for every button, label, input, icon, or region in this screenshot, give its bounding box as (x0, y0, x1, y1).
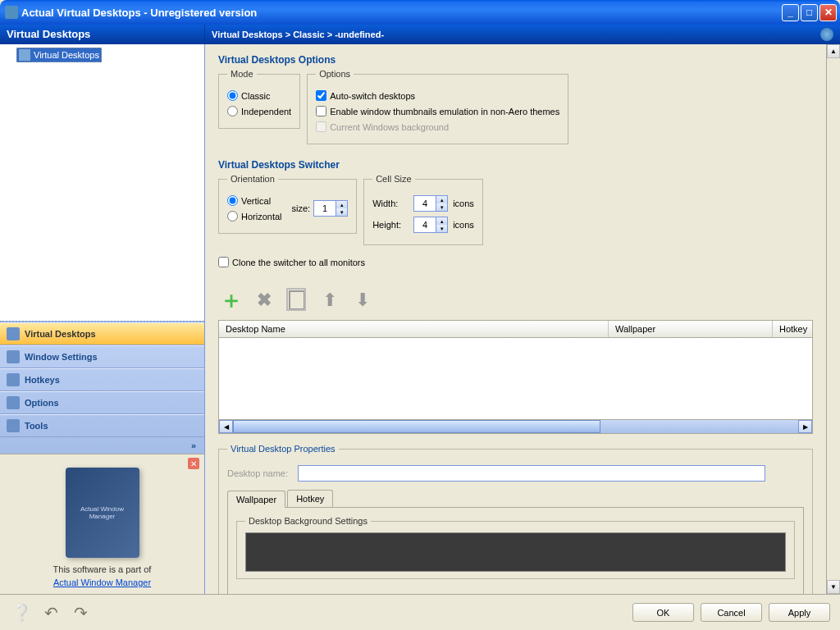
width-label: Width: (372, 199, 409, 208)
copy-button[interactable] (284, 287, 310, 313)
mode-group: Mode Classic Independent (218, 69, 300, 129)
tab-hotkey[interactable]: Hotkey (287, 490, 333, 507)
height-down[interactable]: ▼ (436, 225, 447, 232)
tree-view[interactable]: Virtual Desktops (0, 44, 204, 321)
help-button[interactable]: ❔ (10, 601, 33, 624)
nav-label: Tools (25, 421, 48, 431)
horizontal-radio[interactable] (227, 211, 238, 221)
ok-button[interactable]: OK (632, 603, 694, 622)
minimize-button[interactable]: _ (782, 4, 799, 21)
width-spinner[interactable]: ▲▼ (413, 195, 448, 212)
copy-icon (289, 290, 305, 310)
promo-text: This software is a part of (7, 564, 198, 574)
cancel-button[interactable]: Cancel (701, 603, 762, 622)
sidebar-header: Virtual Desktops (0, 25, 205, 43)
size-input[interactable] (314, 201, 336, 216)
desktops-icon (19, 49, 30, 61)
arrow-down-icon: ⬇ (355, 290, 370, 311)
clone-checkbox[interactable] (218, 257, 229, 267)
apply-button[interactable]: Apply (769, 603, 830, 622)
orientation-legend: Orientation (227, 174, 278, 184)
bg-settings-group: Desktop Background Settings (236, 516, 795, 579)
breadcrumb: Virtual Desktops > Classic > -undefined- (205, 28, 840, 41)
icons-label: icons (453, 220, 474, 230)
list-hscrollbar[interactable]: ◀ ▶ (218, 420, 813, 434)
mode-legend: Mode (227, 69, 257, 79)
background-preview (245, 532, 786, 572)
nav-options[interactable]: Options (0, 391, 204, 414)
promo-close-button[interactable]: ✕ (188, 458, 199, 469)
redo-button[interactable]: ↷ (69, 601, 92, 624)
delete-button[interactable]: ✖ (251, 287, 277, 313)
options-group: Options Auto-switch desktops Enable wind… (307, 69, 568, 144)
desktop-name-label: Desktop name: (227, 468, 288, 478)
height-spinner[interactable]: ▲▼ (413, 217, 448, 233)
down-button[interactable]: ⬇ (349, 287, 376, 313)
nav-label: Window Settings (25, 352, 98, 362)
thumbs-label: Enable window thumbnails emulation in no… (330, 107, 559, 116)
add-button[interactable]: ＋ (218, 287, 244, 313)
width-input[interactable] (414, 196, 436, 211)
size-up[interactable]: ▲ (336, 201, 347, 208)
size-label: size: (292, 203, 311, 213)
mode-classic-radio[interactable] (227, 90, 238, 101)
width-down[interactable]: ▼ (436, 203, 447, 211)
col-desktop-name[interactable]: Desktop Name (219, 321, 609, 337)
tab-wallpaper[interactable]: Wallpaper (227, 491, 285, 508)
content-vscrollbar[interactable]: ▲ ▼ (826, 44, 840, 594)
height-up[interactable]: ▲ (436, 217, 447, 225)
scroll-track[interactable] (233, 420, 798, 433)
undo-button[interactable]: ↶ (39, 601, 62, 624)
scroll-left-button[interactable]: ◀ (219, 420, 233, 433)
auto-switch-label: Auto-switch desktops (330, 91, 415, 101)
nav-hotkeys[interactable]: Hotkeys (0, 368, 204, 391)
options-section-title: Virtual Desktops Options (218, 54, 813, 66)
close-button[interactable]: ✕ (819, 4, 837, 21)
tree-node-root[interactable]: Virtual Desktops (16, 48, 102, 62)
delete-icon: ✖ (257, 290, 272, 311)
cellsize-legend: Cell Size (372, 174, 414, 184)
monitor-icon (7, 327, 20, 340)
col-wallpaper[interactable]: Wallpaper (609, 321, 773, 337)
scroll-right-button[interactable]: ▶ (798, 420, 812, 433)
scroll-down-button[interactable]: ▼ (827, 580, 840, 594)
nav-tools[interactable]: Tools (0, 414, 204, 437)
mode-classic-label: Classic (241, 91, 270, 101)
product-box-image: Actual Window Manager (66, 468, 139, 558)
height-label: Height: (372, 220, 409, 230)
mode-independent-radio[interactable] (227, 106, 238, 116)
properties-legend: Virtual Desktop Properties (227, 444, 339, 454)
keyboard-icon (7, 373, 20, 386)
size-spinner[interactable]: ▲▼ (313, 200, 348, 217)
maximize-button[interactable]: □ (801, 4, 818, 21)
bg-settings-legend: Desktop Background Settings (245, 516, 371, 526)
col-hotkey[interactable]: Hotkey (773, 321, 812, 337)
thumbs-checkbox[interactable] (316, 106, 326, 116)
auto-switch-checkbox[interactable] (316, 90, 326, 101)
vertical-radio[interactable] (227, 195, 238, 206)
nav-expand[interactable]: » (0, 437, 204, 454)
promo-panel: ✕ Actual Window Manager This software is… (0, 454, 204, 594)
nav-virtual-desktops[interactable]: Virtual Desktops (0, 322, 204, 345)
globe-icon[interactable] (820, 28, 833, 41)
desktop-name-input[interactable] (298, 465, 765, 482)
titlebar[interactable]: Actual Virtual Desktops - Unregistered v… (0, 0, 840, 25)
up-button[interactable]: ⬆ (317, 287, 343, 313)
desktop-list[interactable] (218, 338, 813, 420)
vscroll-track[interactable] (827, 58, 840, 580)
nav-window-settings[interactable]: Window Settings (0, 345, 204, 368)
height-input[interactable] (414, 217, 436, 232)
promo-link[interactable]: Actual Window Manager (53, 578, 151, 587)
mode-independent-label: Independent (241, 107, 291, 116)
breadcrumb-text: Virtual Desktops > Classic > -undefined- (212, 30, 384, 39)
size-down[interactable]: ▼ (336, 208, 347, 216)
scroll-up-button[interactable]: ▲ (827, 44, 840, 58)
scroll-thumb[interactable] (233, 420, 600, 433)
horizontal-label: Horizontal (241, 212, 282, 221)
window-title: Actual Virtual Desktops - Unregistered v… (21, 7, 782, 19)
nav-label: Virtual Desktops (25, 329, 96, 339)
arrow-up-icon: ⬆ (322, 290, 337, 311)
desktop-toolbar: ＋ ✖ ⬆ ⬇ (218, 287, 813, 313)
app-icon (5, 6, 18, 19)
width-up[interactable]: ▲ (436, 196, 447, 203)
